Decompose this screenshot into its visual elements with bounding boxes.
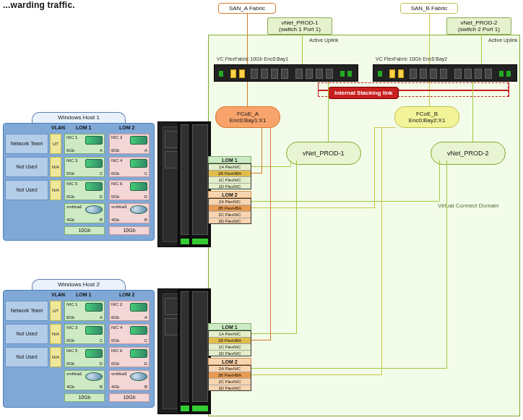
vlan-cell: N/A	[50, 157, 61, 177]
nic: NIC 16GbA	[64, 134, 105, 154]
active-uplink-b: Active Uplink	[488, 38, 517, 43]
vnet-prod-2: vNet_PROD-2	[431, 142, 506, 165]
line	[302, 34, 303, 64]
nic: NIC 30GbC	[64, 324, 105, 344]
nic-icon	[130, 136, 147, 145]
col-vlan: VLAN	[51, 292, 65, 297]
line	[290, 160, 291, 166]
fcoe-name: FCoE_A	[223, 111, 272, 117]
lom1-total: 10Gb	[64, 226, 105, 235]
hba: vmhba24GbB	[64, 203, 105, 223]
fcoe-port: Enc0:Bay2:X1	[402, 117, 451, 124]
lom2-total: 10Gb	[109, 226, 150, 235]
line	[381, 127, 382, 375]
line	[250, 127, 262, 128]
lom1-title: LOM 1	[208, 156, 251, 163]
disk-icon	[130, 372, 147, 381]
san-b-fabric: SAN_B Fabric	[400, 3, 458, 14]
nic: NIC 26GbA	[109, 301, 150, 321]
line	[251, 340, 270, 340]
host-2-title: Windows Host 2	[32, 279, 126, 291]
fcoe-name: FCoE_B	[402, 111, 451, 117]
row-label: Network Team	[5, 301, 48, 321]
col-lom1: LOM 1	[76, 125, 91, 130]
fcoe-b: FCoE_B Enc0:Bay2:X1	[394, 106, 459, 128]
nic-icon	[130, 326, 147, 335]
vnet-uplink-port: (switch 1 Port 1)	[270, 26, 329, 33]
vnet-uplink-port: (switch 2 Port 1)	[449, 26, 509, 33]
nic-icon	[85, 136, 103, 145]
nic-icon	[85, 182, 103, 191]
line	[472, 82, 473, 142]
nic-icon	[130, 349, 147, 358]
line	[374, 127, 396, 128]
vnet-prod-1: vNet_PROD-1	[286, 142, 361, 165]
nic: NIC 30GbC	[64, 157, 105, 177]
line	[481, 34, 482, 64]
line	[251, 368, 446, 369]
page-crop-text: ...warding traffic.	[3, 0, 75, 10]
vc-module-b	[373, 64, 517, 82]
row-label: Not Used	[5, 180, 48, 200]
row-label: Not Used	[5, 324, 48, 344]
col-lom1: LOM 1	[76, 292, 91, 297]
line	[439, 160, 440, 201]
row-label: Not Used	[5, 347, 48, 367]
active-uplink-a: Active Uplink	[309, 38, 338, 43]
nic: NIC 40GbC	[109, 324, 150, 344]
col-lom2: LOM 2	[119, 292, 134, 297]
nic-icon	[130, 182, 147, 191]
lom1-total: 10Gb	[64, 393, 105, 402]
lom2-strip: 2A FlexNIC2B FlexHBA2C FlexNIC2D FlexNIC	[208, 365, 251, 391]
line	[251, 166, 290, 167]
nic: NIC 50GbD	[64, 180, 105, 200]
line	[251, 201, 439, 202]
nic: NIC 16GbA	[64, 301, 105, 321]
nic: NIC 26GbA	[109, 134, 150, 154]
vnet-uplink-name: vNet_PROD-1	[270, 20, 329, 26]
vlan-cell: UT	[50, 301, 61, 321]
vlan-cell: UT	[50, 134, 61, 154]
line	[509, 82, 509, 97]
host-1-panel: Windows Host 1 VLAN LOM 1 LOM 2 Network …	[3, 112, 155, 241]
disk-icon	[130, 205, 147, 214]
nic-icon	[85, 303, 103, 312]
line	[251, 333, 296, 334]
vc-module-a-label: VC FlexFabric 10Gb Enc0:Bay1	[217, 56, 288, 61]
nic-icon	[85, 349, 103, 358]
hba: vmhba24GbB	[64, 370, 105, 390]
line	[251, 173, 262, 173]
vnet-prod-2-uplink: vNet_PROD-2 (switch 2 Port 1)	[446, 17, 511, 35]
fcoe-port: Enc0:Bay1:X1	[223, 117, 272, 124]
col-lom2: LOM 2	[119, 125, 134, 130]
fcoe-a: FCoE_A Enc0:Bay1:X1	[215, 106, 280, 128]
disk-icon	[85, 205, 103, 214]
nic-icon	[85, 326, 103, 335]
line	[296, 160, 297, 334]
vlan-cell: N/A	[50, 324, 61, 344]
nic: NIC 40GbC	[109, 157, 150, 177]
lom1-strip: 1A FlexNIC1B FlexHBA1C FlexNIC1D FlexNIC	[208, 163, 251, 189]
host-2-panel: Windows Host 2 VLAN LOM 1 LOM 2 Network …	[3, 279, 155, 408]
vnet-prod-1-uplink: vNet_PROD-1 (switch 1 Port 1)	[267, 17, 332, 35]
nic-icon	[130, 159, 147, 168]
internal-stacking-link: Internal Stacking link	[328, 87, 399, 99]
lom1-strip: 1A FlexNIC1B FlexHBA1C FlexNIC1D FlexNIC	[208, 330, 251, 356]
line	[262, 127, 262, 173]
lom1-title: LOM 1	[208, 323, 251, 330]
disk-icon	[85, 372, 103, 381]
line	[374, 127, 375, 208]
lom2-strip: 2A FlexNIC2B FlexHBA2C FlexNIC2D FlexNIC	[208, 198, 251, 224]
vlan-cell: N/A	[50, 180, 61, 200]
nic: NIC 60GbD	[109, 180, 150, 200]
nic: NIC 60GbD	[109, 347, 150, 367]
hba: vmhba34GbB	[109, 203, 150, 223]
line	[251, 374, 381, 375]
row-label: Not Used	[5, 157, 48, 177]
line	[328, 82, 329, 142]
nic-icon	[85, 159, 103, 168]
line	[446, 160, 447, 369]
nic-icon	[130, 303, 147, 312]
vnet-uplink-name: vNet_PROD-2	[449, 20, 509, 26]
lom2-title: LOM 2	[208, 191, 251, 198]
